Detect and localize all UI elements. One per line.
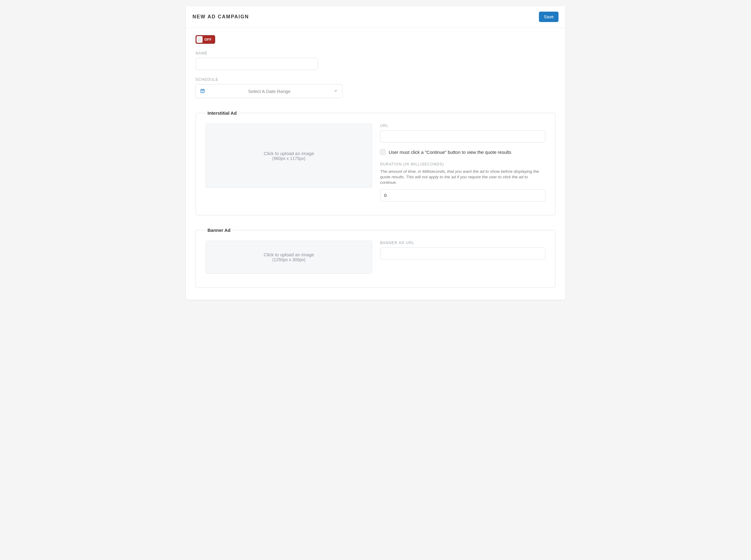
page-title: NEW AD CAMPAIGN <box>192 14 249 20</box>
duration-group: DURATION (IN MILLISECONDS) The amount of… <box>380 162 545 202</box>
schedule-label: SCHEDULE <box>196 77 555 82</box>
interstitial-upload-line1: Click to upload an image <box>264 151 314 156</box>
toggle-state-label: OFF <box>203 38 214 41</box>
banner-upload-zone[interactable]: Click to upload an image (1250px x 300px… <box>206 241 372 274</box>
chevron-down-icon <box>333 89 338 94</box>
banner-right-col: BANNER AD URL <box>380 241 545 274</box>
banner-upload-line2: (1250px x 300px) <box>272 257 305 262</box>
banner-row: Click to upload an image (1250px x 300px… <box>206 241 545 274</box>
name-label: NAME <box>196 51 318 55</box>
banner-url-input[interactable] <box>380 247 545 260</box>
campaign-card: NEW AD CAMPAIGN Save OFF NAME SCHEDULE 1… <box>186 6 565 300</box>
duration-label: DURATION (IN MILLISECONDS) <box>380 162 545 166</box>
banner-url-label: BANNER AD URL <box>380 241 545 245</box>
interstitial-url-label: URL <box>380 124 545 128</box>
interstitial-upload-line2: (960px x 1175px) <box>272 156 305 161</box>
banner-legend: Banner Ad <box>206 227 232 233</box>
card-header: NEW AD CAMPAIGN Save <box>186 6 565 28</box>
interstitial-upload-zone[interactable]: Click to upload an image (960px x 1175px… <box>206 124 372 188</box>
banner-upload-line1: Click to upload an image <box>264 252 314 257</box>
name-group: NAME <box>196 51 318 70</box>
toggle-handle-icon <box>196 36 203 43</box>
banner-panel: Banner Ad Click to upload an image (1250… <box>196 227 555 287</box>
interstitial-row: Click to upload an image (960px x 1175px… <box>206 124 545 202</box>
interstitial-panel: Interstitial Ad Click to upload an image… <box>196 111 555 215</box>
svg-text:12: 12 <box>202 91 204 92</box>
schedule-date-range-select[interactable]: 12 Select A Date Range <box>196 84 343 98</box>
interstitial-right-col: URL User must click a "Continue" button … <box>380 124 545 202</box>
save-button[interactable]: Save <box>539 12 559 22</box>
calendar-icon: 12 <box>200 88 205 94</box>
continue-checkbox[interactable] <box>380 149 386 155</box>
continue-checkbox-row: User must click a "Continue" button to v… <box>380 149 545 155</box>
schedule-placeholder: Select A Date Range <box>205 89 333 94</box>
continue-checkbox-label[interactable]: User must click a "Continue" button to v… <box>389 149 512 155</box>
name-input[interactable] <box>196 58 318 70</box>
duration-input[interactable] <box>380 189 545 202</box>
duration-help: The amount of time, in Milliseconds, tha… <box>380 169 545 186</box>
card-body: OFF NAME SCHEDULE 12 Select A Date Range… <box>186 28 565 300</box>
interstitial-url-group: URL <box>380 124 545 142</box>
interstitial-url-input[interactable] <box>380 130 545 142</box>
schedule-group: SCHEDULE 12 Select A Date Range <box>196 77 555 98</box>
banner-url-group: BANNER AD URL <box>380 241 545 260</box>
interstitial-legend: Interstitial Ad <box>206 111 238 116</box>
active-toggle[interactable]: OFF <box>196 35 215 44</box>
